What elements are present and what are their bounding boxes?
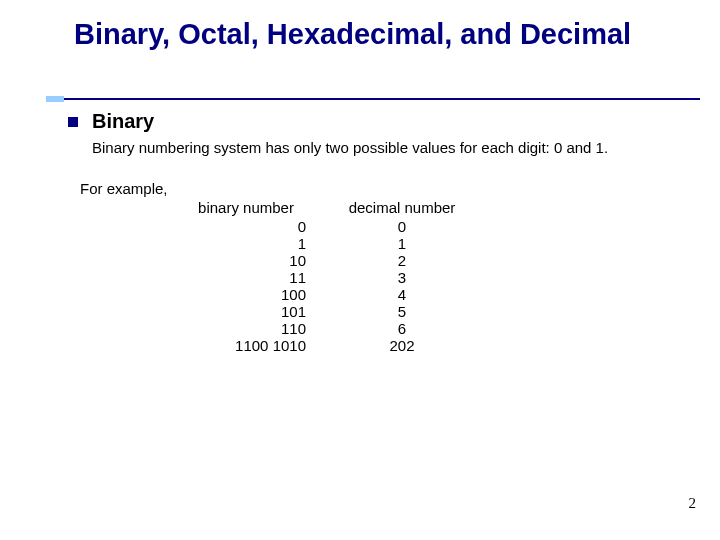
cell-decimal: 0 [324, 218, 480, 235]
table-row: 101 5 [168, 303, 480, 320]
cell-binary: 10 [168, 252, 324, 269]
cell-decimal: 6 [324, 320, 480, 337]
table-row: 100 4 [168, 286, 480, 303]
table-header-row: binary number decimal number [168, 199, 480, 218]
example-lead: For example, [80, 180, 680, 197]
slide: Binary, Octal, Hexadecimal, and Decimal … [0, 0, 720, 540]
table-row: 11 3 [168, 269, 480, 286]
bullet-square-icon [68, 117, 78, 127]
title-underline [64, 98, 700, 100]
cell-decimal: 4 [324, 286, 480, 303]
section-heading: Binary [92, 110, 154, 133]
table-row: 1100 1010 202 [168, 337, 480, 354]
title-wrap: Binary, Octal, Hexadecimal, and Decimal [74, 18, 680, 51]
cell-decimal: 2 [324, 252, 480, 269]
cell-binary: 11 [168, 269, 324, 286]
section-description: Binary numbering system has only two pos… [92, 139, 680, 158]
table-row: 1 1 [168, 235, 480, 252]
section-heading-row: Binary [68, 110, 680, 133]
cell-decimal: 1 [324, 235, 480, 252]
page-number: 2 [689, 495, 697, 512]
cell-binary: 0 [168, 218, 324, 235]
table-row: 0 0 [168, 218, 480, 235]
cell-binary: 1100 1010 [168, 337, 324, 354]
cell-decimal: 3 [324, 269, 480, 286]
cell-decimal: 202 [324, 337, 480, 354]
cell-decimal: 5 [324, 303, 480, 320]
header-binary: binary number [168, 199, 324, 218]
conversion-table: binary number decimal number 0 0 1 1 10 [168, 199, 480, 354]
slide-title: Binary, Octal, Hexadecimal, and Decimal [74, 18, 680, 51]
cell-binary: 110 [168, 320, 324, 337]
content-area: Binary Binary numbering system has only … [68, 110, 680, 354]
cell-binary: 1 [168, 235, 324, 252]
cell-binary: 101 [168, 303, 324, 320]
conversion-table-wrap: binary number decimal number 0 0 1 1 10 [168, 199, 680, 354]
cell-binary: 100 [168, 286, 324, 303]
table-row: 10 2 [168, 252, 480, 269]
title-accent-bar [46, 96, 64, 102]
table-row: 110 6 [168, 320, 480, 337]
header-decimal: decimal number [324, 199, 480, 218]
